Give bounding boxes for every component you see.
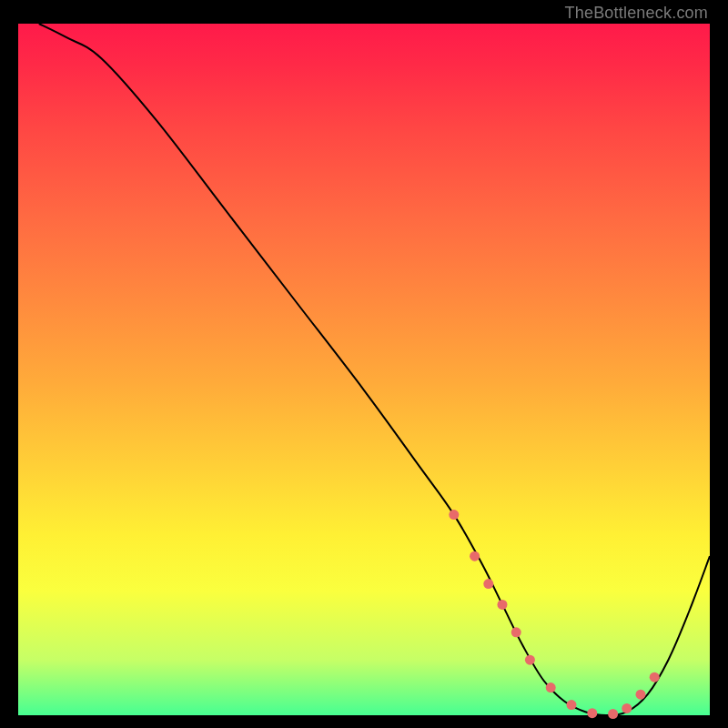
curve-marker-dot (483, 579, 493, 589)
chart-plot-area (18, 24, 710, 715)
curve-marker-dot (449, 510, 459, 520)
curve-marker-dot (498, 600, 508, 610)
chart-svg (18, 24, 710, 715)
curve-marker-dot (587, 708, 597, 718)
curve-marker-dot (511, 627, 521, 637)
attribution-text: TheBottleneck.com (565, 4, 708, 23)
curve-marker-dot (608, 709, 618, 719)
curve-marker-dot (636, 690, 646, 700)
curve-marker-dot (470, 551, 480, 561)
curve-marker-dot (622, 703, 632, 713)
curve-marker-dot (567, 700, 577, 710)
curve-marker-group (449, 510, 659, 719)
bottleneck-curve-line (39, 24, 710, 715)
curve-marker-dot (546, 682, 556, 693)
curve-marker-dot (525, 655, 535, 665)
curve-marker-dot (650, 672, 660, 682)
